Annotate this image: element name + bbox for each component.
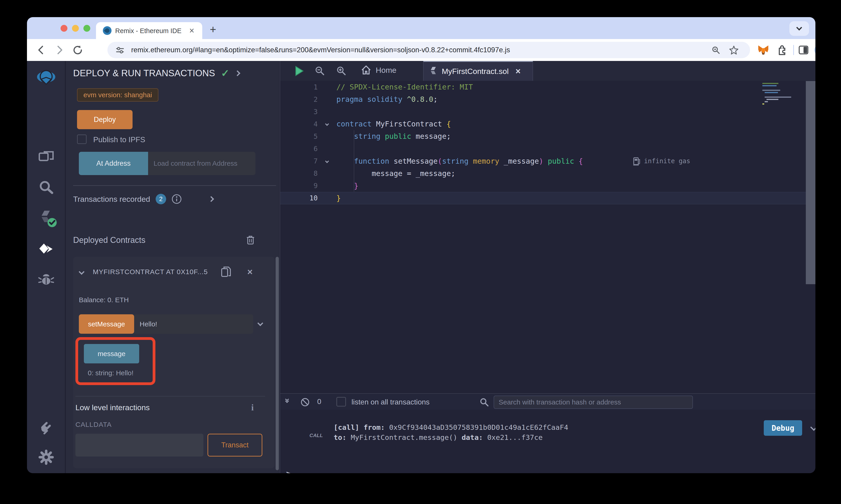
tx-recorded-label: Transactions recorded <box>73 195 150 204</box>
deploy-run-icon[interactable] <box>37 242 55 259</box>
log-expand-icon[interactable] <box>810 424 816 431</box>
profile-avatar[interactable] <box>814 43 816 56</box>
panel-scrollbar[interactable] <box>276 257 279 470</box>
set-message-button[interactable]: setMessage <box>79 314 134 334</box>
contract-header-label: MYFIRSTCONTRACT AT 0X10F...5 <box>93 268 221 276</box>
calldata-label: CALLDATA <box>75 421 112 429</box>
trash-icon[interactable] <box>246 235 255 245</box>
message-output: 0: string: Hello! <box>88 369 134 377</box>
browser-window: Remix - Ethereum IDE × + remix.ethereum.… <box>27 17 816 473</box>
code-line-4[interactable]: 4contract MyFirstContract { <box>280 118 816 130</box>
listen-all-checkbox[interactable] <box>337 397 346 407</box>
url-text: remix.ethereum.org/#lang=en&optimize=fal… <box>131 46 510 54</box>
success-check-icon: ✓ <box>221 67 229 79</box>
file-explorer-icon[interactable] <box>37 149 55 166</box>
panel-expand-icon[interactable] <box>235 70 240 76</box>
code-line-8[interactable]: 8 message = _message; <box>280 167 816 180</box>
transact-button[interactable]: Transact <box>207 434 262 456</box>
plugin-icon-rail <box>27 61 65 473</box>
code-line-10[interactable]: 10} <box>280 192 816 204</box>
person-icon <box>814 43 816 56</box>
zoom-icon[interactable] <box>711 46 721 55</box>
code-line-5[interactable]: 5 string public message; <box>280 130 816 142</box>
close-tab-icon[interactable]: × <box>189 26 194 36</box>
new-tab-button[interactable]: + <box>210 23 216 36</box>
tab-myfirstcontract[interactable]: MyFirstContract.sol × <box>423 61 533 81</box>
url-bar[interactable]: remix.ethereum.org/#lang=en&optimize=fal… <box>107 42 750 58</box>
solidity-compiler-icon[interactable] <box>37 209 58 229</box>
tutorial-highlight-box: message 0: string: Hello! <box>75 337 155 385</box>
tab-file-label: MyFirstContract.sol <box>442 67 509 76</box>
set-message-expand-icon[interactable] <box>257 320 263 326</box>
info-icon[interactable] <box>172 194 182 204</box>
indent-guide <box>354 130 354 192</box>
code-editor[interactable]: 1// SPDX-License-Identifier: MIT2pragma … <box>280 81 816 410</box>
terminal-prompt[interactable]: > <box>286 469 291 473</box>
remix-favicon-icon <box>103 26 111 35</box>
maximize-window-button[interactable] <box>83 25 90 32</box>
message-button[interactable]: message <box>84 344 139 363</box>
copy-icon[interactable] <box>221 266 231 278</box>
code-line-3[interactable]: 3 <box>280 106 816 118</box>
debugger-icon[interactable] <box>37 271 55 289</box>
tab-home[interactable]: Home <box>361 65 396 75</box>
code-line-6[interactable]: 6 <box>280 142 816 155</box>
minimap[interactable] <box>762 83 805 110</box>
site-settings-icon[interactable] <box>115 46 125 55</box>
browser-tab[interactable]: Remix - Ethereum IDE × <box>96 22 202 39</box>
home-icon <box>361 65 372 75</box>
tx-count-badge: 2 <box>156 194 166 204</box>
toolbar-divider <box>793 45 794 55</box>
side-panel-icon[interactable] <box>798 44 809 55</box>
tx-listen-count: 0 <box>317 397 321 406</box>
deployed-contracts-title: Deployed Contracts <box>73 235 145 245</box>
low-level-info-icon[interactable]: i <box>251 402 254 412</box>
debug-button[interactable]: Debug <box>764 420 802 436</box>
at-address-button[interactable]: At Address <box>79 152 148 175</box>
code-line-2[interactable]: 2pragma solidity ^0.8.0; <box>280 93 816 106</box>
log-line-2[interactable]: to: MyFirstContract.message() data: 0xe2… <box>334 432 568 443</box>
code-line-7[interactable]: 7 function setMessage(string memory _mes… <box>280 155 816 167</box>
gas-pump-icon <box>633 156 641 165</box>
deploy-run-panel: DEPLOY & RUN TRANSACTIONS ✓ evm version:… <box>66 61 279 473</box>
zoom-out-icon[interactable] <box>314 66 325 76</box>
calldata-input[interactable] <box>75 434 203 456</box>
at-address-input[interactable]: Load contract from Address <box>148 152 256 175</box>
publish-ipfs-checkbox[interactable] <box>77 134 87 144</box>
clear-console-icon[interactable] <box>300 397 310 407</box>
low-level-title: Low level interactions <box>75 403 150 412</box>
metamask-icon[interactable] <box>757 44 769 55</box>
log-line-1[interactable]: [call] from: 0x9Cf934043aD350758391b0D01… <box>334 422 568 432</box>
publish-ipfs-label: Publish to IPFS <box>93 136 145 144</box>
zoom-in-icon[interactable] <box>336 66 346 76</box>
terminal-toolbar: 0 listen on all transactions <box>280 393 816 410</box>
terminal-search-input[interactable] <box>494 396 693 409</box>
close-window-button[interactable] <box>61 25 67 32</box>
reload-icon[interactable] <box>72 44 84 56</box>
listen-all-label: listen on all transactions <box>351 398 430 406</box>
tx-expand-icon[interactable] <box>208 196 214 202</box>
deploy-button[interactable]: Deploy <box>77 110 133 129</box>
set-message-input[interactable]: Hello! <box>134 314 253 334</box>
minimize-window-button[interactable] <box>72 25 79 32</box>
settings-gear-icon[interactable] <box>37 449 55 466</box>
collapse-contract-icon[interactable] <box>79 269 84 275</box>
extensions-icon[interactable] <box>776 44 788 55</box>
fold-icon <box>325 122 329 126</box>
deployed-contract-card: MYFIRSTCONTRACT AT 0X10F...5 × Balance: … <box>73 257 275 468</box>
close-file-tab-icon[interactable]: × <box>516 67 520 76</box>
tab-search-button[interactable] <box>789 21 809 36</box>
forward-icon[interactable] <box>53 44 65 56</box>
search-icon[interactable] <box>37 179 55 196</box>
run-script-icon[interactable] <box>294 66 304 76</box>
remove-contract-icon[interactable]: × <box>247 267 253 277</box>
back-icon[interactable] <box>35 44 47 56</box>
code-line-1[interactable]: 1// SPDX-License-Identifier: MIT <box>280 81 816 93</box>
bookmark-star-icon[interactable] <box>728 45 739 55</box>
browser-toolbar: remix.ethereum.org/#lang=en&optimize=fal… <box>27 39 816 61</box>
collapse-terminal-icon[interactable] <box>286 398 288 402</box>
code-line-9[interactable]: 9 } <box>280 180 816 192</box>
plugin-manager-icon[interactable] <box>37 418 55 435</box>
editor-scrollbar[interactable] <box>806 81 816 284</box>
contract-header-row[interactable]: MYFIRSTCONTRACT AT 0X10F...5 × <box>80 266 268 278</box>
